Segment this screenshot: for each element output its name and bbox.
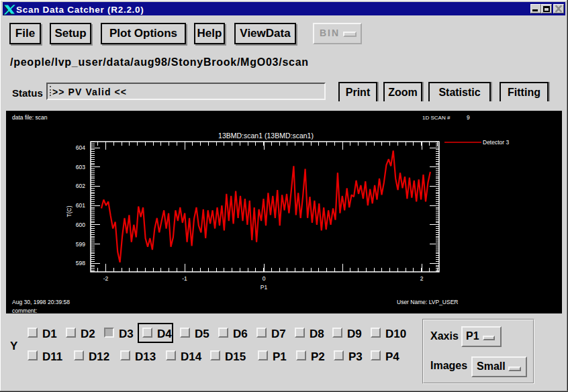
svg-text:T(C): T(C) [66,205,73,217]
svg-text:comment:: comment: [12,307,37,314]
svg-text:599: 599 [76,241,85,248]
svg-text:600: 600 [76,222,85,228]
svg-text:13BMD:scan1 (13BMD:scan1): 13BMD:scan1 (13BMD:scan1) [218,132,314,140]
svg-text:User Name: LVP_USER: User Name: LVP_USER [397,299,458,305]
svg-text:604: 604 [76,144,85,151]
svg-text:603: 603 [76,164,85,170]
svg-text:9: 9 [467,114,470,121]
svg-text:-2: -2 [103,275,109,282]
svg-text:Detector 3: Detector 3 [483,139,509,146]
svg-text:-1: -1 [182,275,187,282]
svg-text:data file: scan: data file: scan [12,114,48,121]
svg-text:0: 0 [263,275,266,282]
svg-text:601: 601 [76,202,85,209]
svg-text:Aug 30, 1998 20:39:58: Aug 30, 1998 20:39:58 [12,299,70,305]
svg-text:2: 2 [420,275,424,282]
svg-text:P1: P1 [261,284,268,291]
svg-text:602: 602 [76,183,85,189]
svg-text:598: 598 [76,260,85,266]
svg-text:1D SCAN #: 1D SCAN # [422,115,451,121]
